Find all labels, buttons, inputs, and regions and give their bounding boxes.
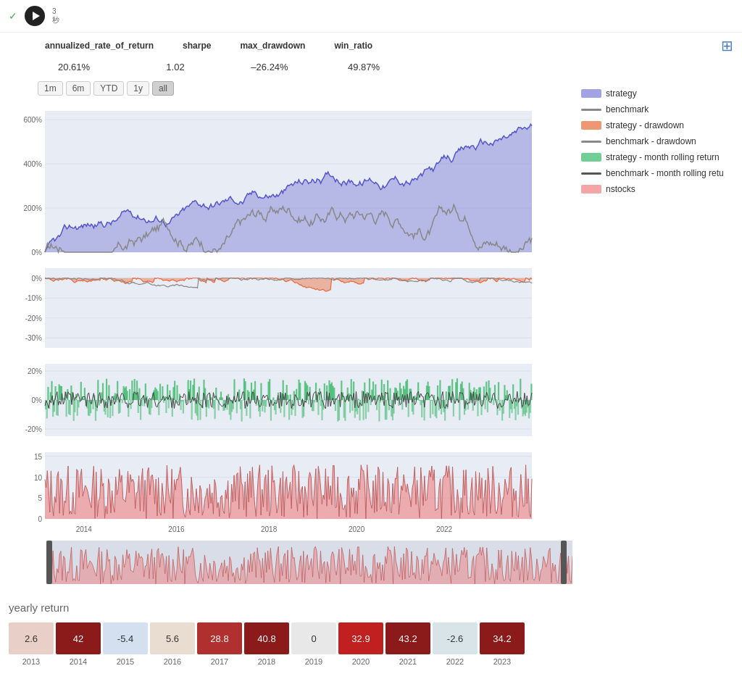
yearly-cell-2017: 28.82017 bbox=[197, 622, 242, 666]
legend-label-benchmark-rolling: benchmark - month rolling retu bbox=[606, 168, 724, 178]
metric-value-drawdown: –26.24% bbox=[241, 62, 299, 72]
cumulative-return-chart bbox=[9, 100, 575, 259]
metric-label-return: annualized_rate_of_return bbox=[45, 41, 154, 51]
time-btn-ytd[interactable]: YTD bbox=[93, 81, 124, 96]
yearly-box-2020: 32.9 bbox=[338, 622, 383, 654]
play-button[interactable] bbox=[25, 6, 45, 26]
yearly-label-2022: 2022 bbox=[446, 657, 464, 666]
yearly-label-2016: 2016 bbox=[164, 657, 181, 666]
yearly-cell-2015: -5.42015 bbox=[103, 622, 148, 666]
metrics-header: annualized_rate_of_return sharpe max_dra… bbox=[0, 33, 742, 59]
yearly-box-2014: 42 bbox=[56, 622, 101, 654]
legend-label-strategy-drawdown: strategy - drawdown bbox=[606, 120, 684, 130]
yearly-label-2018: 2018 bbox=[258, 657, 275, 666]
yearly-label-2021: 2021 bbox=[399, 657, 417, 666]
time-buttons: 1m 6m YTD 1y all bbox=[38, 81, 575, 96]
metric-value-return: 20.61% bbox=[45, 62, 103, 72]
legend-label-strategy-rolling: strategy - month rolling return bbox=[606, 152, 720, 162]
scroll-navigator[interactable] bbox=[46, 541, 567, 584]
yearly-cell-2019: 02019 bbox=[291, 622, 336, 666]
yearly-box-2018: 40.8 bbox=[244, 622, 289, 654]
yearly-cell-2020: 32.92020 bbox=[338, 622, 383, 666]
legend-label-nstocks: nstocks bbox=[606, 184, 635, 194]
charts-area: 1m 6m YTD 1y all bbox=[0, 81, 575, 590]
legend-nstocks: nstocks bbox=[581, 184, 736, 194]
metric-label-winratio: win_ratio bbox=[334, 41, 372, 51]
drawdown-chart bbox=[9, 261, 575, 355]
grid-icon[interactable]: ⊞ bbox=[721, 37, 733, 54]
yearly-box-2021: 43.2 bbox=[385, 622, 430, 654]
timer-label: 3 秒 bbox=[52, 7, 59, 25]
legend-color-strategy bbox=[581, 89, 601, 98]
legend-strategy: strategy bbox=[581, 88, 736, 99]
legend-label-strategy: strategy bbox=[606, 88, 637, 99]
yearly-cell-2014: 422014 bbox=[56, 622, 101, 666]
yearly-box-2022: -2.6 bbox=[433, 622, 478, 654]
metric-value-winratio: 49.87% bbox=[335, 62, 393, 72]
yearly-box-2013: 2.6 bbox=[9, 622, 54, 654]
legend-benchmark-rolling: benchmark - month rolling retu bbox=[581, 168, 736, 178]
yearly-cell-2018: 40.82018 bbox=[244, 622, 289, 666]
main-content: 1m 6m YTD 1y all bbox=[0, 75, 742, 590]
scroll-handle-right[interactable] bbox=[561, 541, 567, 584]
yearly-label-2020: 2020 bbox=[352, 657, 370, 666]
yearly-box-2017: 28.8 bbox=[197, 622, 242, 654]
legend-strategy-rolling: strategy - month rolling return bbox=[581, 152, 736, 162]
legend-color-benchmark-rolling bbox=[581, 172, 601, 175]
legend-benchmark-drawdown: benchmark - drawdown bbox=[581, 136, 736, 146]
yearly-box-2016: 5.6 bbox=[150, 622, 195, 654]
legend-label-benchmark: benchmark bbox=[606, 104, 649, 114]
yearly-label-2017: 2017 bbox=[211, 657, 228, 666]
metrics-values: 20.61% 1.02 –26.24% 49.87% bbox=[0, 59, 742, 75]
yearly-label-2019: 2019 bbox=[305, 657, 322, 666]
yearly-label-2013: 2013 bbox=[22, 657, 40, 666]
scroll-handle-left[interactable] bbox=[46, 541, 52, 584]
yearly-label-2014: 2014 bbox=[70, 657, 87, 666]
time-btn-1m[interactable]: 1m bbox=[38, 81, 63, 96]
top-bar: ✓ 3 秒 bbox=[0, 0, 742, 33]
time-btn-6m[interactable]: 6m bbox=[66, 81, 91, 96]
legend-benchmark: benchmark bbox=[581, 104, 736, 114]
yearly-cell-2013: 2.62013 bbox=[9, 622, 54, 666]
metrics-labels: annualized_rate_of_return sharpe max_dra… bbox=[45, 41, 721, 51]
legend-label-benchmark-drawdown: benchmark - drawdown bbox=[606, 136, 696, 146]
legend-color-nstocks bbox=[581, 185, 601, 193]
legend-color-benchmark-drawdown bbox=[581, 141, 601, 143]
legend-strategy-drawdown: strategy - drawdown bbox=[581, 120, 736, 130]
time-btn-1y[interactable]: 1y bbox=[127, 81, 149, 96]
yearly-label-2015: 2015 bbox=[117, 657, 134, 666]
metric-value-sharpe: 1.02 bbox=[146, 62, 204, 72]
yearly-cell-2016: 5.62016 bbox=[150, 622, 195, 666]
check-icon: ✓ bbox=[9, 10, 17, 22]
yearly-section: yearly return 2.62013422014-5.420155.620… bbox=[0, 590, 742, 678]
legend-color-strategy-drawdown bbox=[581, 121, 601, 130]
yearly-return-grid: 2.62013422014-5.420155.6201628.8201740.8… bbox=[9, 622, 733, 666]
metric-label-drawdown: max_drawdown bbox=[240, 41, 305, 51]
yearly-cell-2021: 43.22021 bbox=[385, 622, 430, 666]
rolling-return-chart bbox=[9, 357, 575, 443]
yearly-cell-2022: -2.62022 bbox=[433, 622, 478, 666]
metric-label-sharpe: sharpe bbox=[183, 41, 211, 51]
time-btn-all[interactable]: all bbox=[152, 81, 174, 96]
legend-area: strategy benchmark strategy - drawdown b… bbox=[575, 81, 742, 590]
yearly-box-2015: -5.4 bbox=[103, 622, 148, 654]
yearly-box-2019: 0 bbox=[291, 622, 336, 654]
legend-color-strategy-rolling bbox=[581, 153, 601, 162]
nstocks-chart bbox=[9, 445, 575, 539]
legend-color-benchmark bbox=[581, 109, 601, 111]
yearly-box-2023: 34.2 bbox=[480, 622, 525, 654]
yearly-label-2023: 2023 bbox=[493, 657, 511, 666]
yearly-return-title: yearly return bbox=[9, 601, 733, 614]
yearly-cell-2023: 34.22023 bbox=[480, 622, 525, 666]
